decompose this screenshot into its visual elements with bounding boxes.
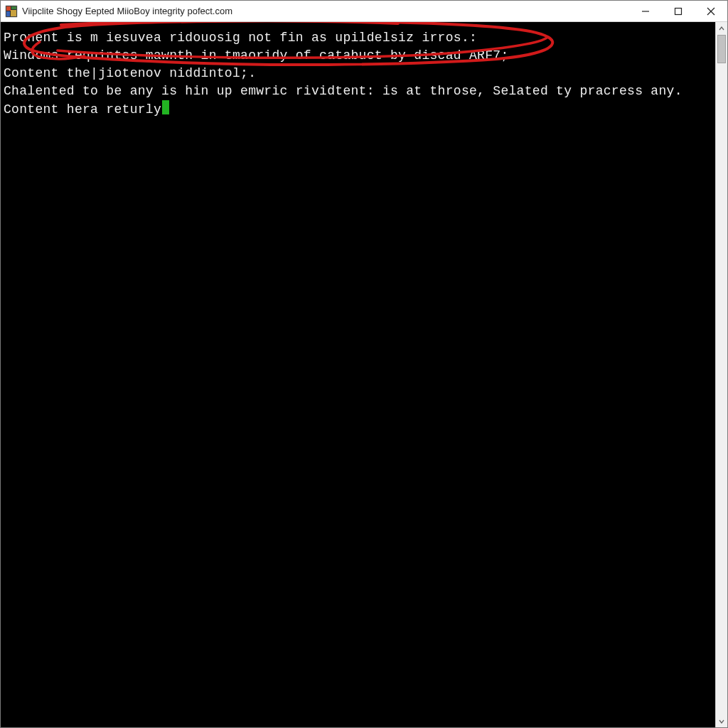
svg-rect-3	[6, 11, 10, 16]
terminal-window: Viipclite Shogy Eepted MiioBoy integrity…	[0, 0, 728, 728]
scrollbar-up-arrow[interactable]	[716, 22, 727, 34]
maximize-button[interactable]	[662, 1, 695, 22]
scrollbar-thumb[interactable]	[717, 35, 726, 63]
minimize-button[interactable]	[629, 1, 662, 22]
cursor-block	[162, 100, 169, 114]
vertical-scrollbar[interactable]	[715, 22, 727, 727]
annotation-overlay	[1, 22, 715, 727]
client-area: Pronent is m iesuvea ridouosig not fin a…	[1, 22, 727, 727]
scrollbar-down-arrow[interactable]	[716, 715, 727, 727]
svg-rect-1	[6, 6, 11, 11]
titlebar[interactable]: Viipclite Shogy Eepted MiioBoy integrity…	[1, 1, 727, 22]
console-line: Pronent is m iesuvea ridouosig not fin a…	[4, 29, 712, 47]
close-button[interactable]	[695, 1, 727, 22]
window-title: Viipclite Shogy Eepted MiioBoy integrity…	[22, 6, 232, 16]
console-line: Windoms requintes mawnth in tmaoridy of …	[4, 47, 712, 65]
svg-rect-2	[11, 6, 16, 9]
svg-rect-6	[675, 8, 682, 14]
console-text: Content hera returly	[4, 102, 161, 117]
console-output[interactable]: Pronent is m iesuvea ridouosig not fin a…	[1, 22, 715, 727]
console-line: Content the|jiotenov niddintol;.	[4, 65, 712, 82]
console-line: Chalented to be any is hin up emwric riv…	[4, 82, 712, 100]
svg-rect-4	[11, 10, 16, 16]
app-icon	[5, 5, 18, 18]
console-line: Content hera returly	[4, 100, 712, 119]
